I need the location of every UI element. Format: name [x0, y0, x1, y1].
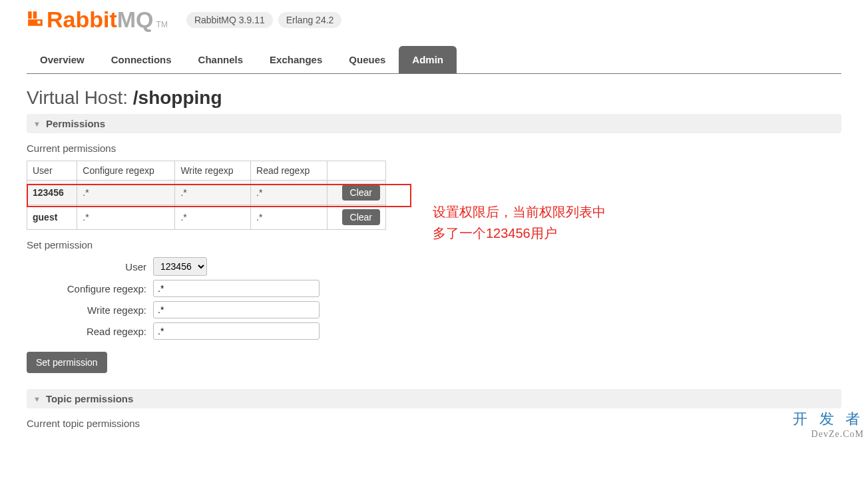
- tab-queues[interactable]: Queues: [335, 46, 399, 73]
- watermark-line2: DevZe.CoM: [793, 429, 864, 440]
- chevron-down-icon: ▼: [33, 395, 41, 403]
- read-regexp-label: Read regexp:: [27, 326, 153, 337]
- tab-admin[interactable]: Admin: [399, 46, 457, 73]
- svg-rect-0: [28, 11, 31, 19]
- chevron-down-icon: ▼: [33, 120, 41, 128]
- svg-rect-3: [37, 21, 40, 23]
- version-pill: RabbitMQ 3.9.11: [186, 12, 273, 28]
- permissions-section-header[interactable]: ▼ Permissions: [27, 114, 841, 133]
- topic-permissions-section-header[interactable]: ▼ Topic permissions: [27, 389, 841, 408]
- annotation-line2: 多了一个123456用户: [433, 223, 606, 244]
- tab-overview[interactable]: Overview: [27, 46, 98, 73]
- annotation-text: 设置权限后，当前权限列表中 多了一个123456用户: [433, 201, 606, 244]
- header: RabbitMQ TM RabbitMQ 3.9.11 Erlang 24.2: [27, 7, 841, 33]
- table-row: 123456.*.*.*Clear: [27, 181, 386, 205]
- permissions-table: UserConfigure regexpWrite regexpRead reg…: [27, 161, 386, 230]
- topic-permissions-section-label: Topic permissions: [46, 393, 133, 404]
- user-link[interactable]: 123456: [33, 187, 64, 198]
- logo: RabbitMQ TM: [27, 7, 168, 33]
- column-header: Write regexp: [175, 161, 251, 181]
- watermark: 开 发 者 DevZe.CoM: [793, 409, 864, 440]
- logo-text-rabbit: Rabbit: [47, 7, 117, 32]
- read-cell: .*: [251, 181, 327, 205]
- tab-connections[interactable]: Connections: [98, 46, 185, 73]
- tab-channels[interactable]: Channels: [185, 46, 257, 73]
- title-prefix: Virtual Host:: [27, 87, 128, 108]
- tab-exchanges[interactable]: Exchanges: [256, 46, 335, 73]
- configure-regexp-input[interactable]: [153, 280, 320, 297]
- title-value: /shopping: [133, 87, 222, 108]
- logo-tm: TM: [156, 20, 168, 29]
- svg-rect-2: [28, 19, 43, 26]
- annotation-line1: 设置权限后，当前权限列表中: [433, 201, 606, 223]
- write-cell: .*: [175, 181, 251, 205]
- nav-tabs: OverviewConnectionsChannelsExchangesQueu…: [27, 46, 841, 74]
- user-select[interactable]: 123456: [153, 257, 207, 276]
- configure-regexp-label: Configure regexp:: [27, 283, 153, 294]
- svg-rect-1: [33, 11, 37, 19]
- logo-text-mq: MQ: [117, 7, 154, 32]
- watermark-line1: 开 发 者: [793, 409, 864, 429]
- set-permission-button[interactable]: Set permission: [27, 352, 107, 373]
- user-link[interactable]: guest: [33, 212, 57, 223]
- write-regexp-label: Write regexp:: [27, 304, 153, 316]
- permissions-section-label: Permissions: [46, 118, 105, 129]
- column-header: Configure regexp: [77, 161, 175, 181]
- erlang-pill: Erlang 24.2: [278, 12, 342, 28]
- write-cell: .*: [175, 205, 251, 230]
- column-header: User: [27, 161, 77, 181]
- read-cell: .*: [251, 205, 327, 230]
- table-row: guest.*.*.*Clear: [27, 205, 386, 230]
- column-header: Read regexp: [251, 161, 327, 181]
- configure-cell: .*: [77, 181, 175, 205]
- current-topic-permissions-label: Current topic permissions: [27, 418, 841, 429]
- column-header: [327, 161, 385, 181]
- page-title: Virtual Host: /shopping: [27, 87, 841, 109]
- configure-cell: .*: [77, 205, 175, 230]
- user-label: User: [27, 261, 153, 272]
- rabbit-icon: [27, 10, 44, 32]
- current-permissions-label: Current permissions: [27, 143, 841, 154]
- read-regexp-input[interactable]: [153, 322, 320, 340]
- clear-button[interactable]: Clear: [342, 209, 380, 225]
- write-regexp-input[interactable]: [153, 301, 320, 318]
- clear-button[interactable]: Clear: [342, 185, 380, 201]
